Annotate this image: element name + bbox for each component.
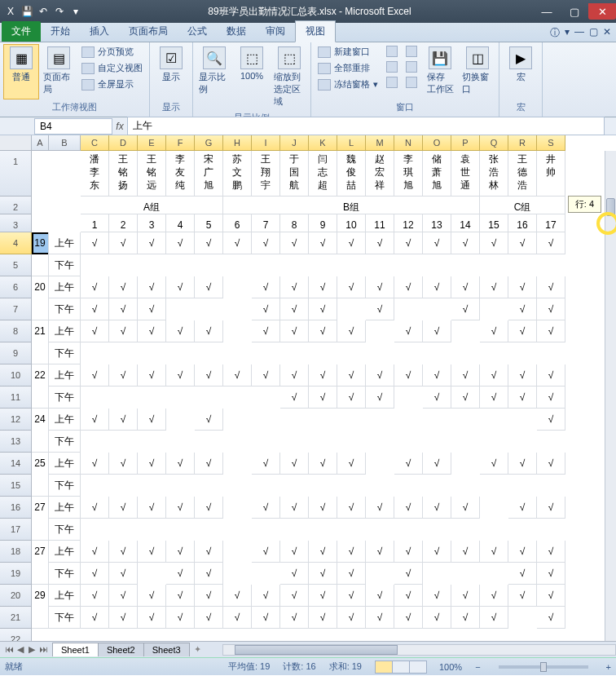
cell[interactable]: 10 bbox=[337, 214, 366, 232]
cell[interactable]: √ bbox=[138, 409, 166, 431]
cell[interactable]: √ bbox=[138, 320, 166, 342]
redo-icon[interactable]: ↷ bbox=[52, 4, 67, 19]
cell[interactable]: 27 bbox=[32, 541, 49, 585]
tab-data[interactable]: 数据 bbox=[217, 21, 256, 42]
cell[interactable]: √ bbox=[394, 320, 423, 342]
row-header-22[interactable]: 22 bbox=[0, 629, 32, 641]
help-icon[interactable]: ⓘ bbox=[550, 26, 560, 40]
minimize-ribbon-icon[interactable]: ▾ bbox=[565, 26, 570, 40]
student-name[interactable]: 王翔宇 bbox=[252, 151, 280, 197]
cell[interactable]: √ bbox=[166, 320, 195, 342]
cell[interactable]: √ bbox=[138, 298, 166, 320]
cell[interactable]: √ bbox=[109, 497, 138, 519]
cell[interactable]: √ bbox=[138, 541, 166, 563]
cell[interactable]: √ bbox=[138, 364, 166, 387]
cell[interactable]: 下午 bbox=[49, 387, 81, 409]
cell[interactable]: 6 bbox=[223, 214, 252, 232]
cell[interactable]: √ bbox=[480, 320, 508, 342]
cell[interactable]: √ bbox=[423, 607, 451, 629]
cell[interactable]: 9 bbox=[309, 214, 337, 232]
col-header-A[interactable]: A bbox=[32, 135, 49, 151]
cell[interactable]: √ bbox=[252, 585, 280, 607]
cell[interactable]: √ bbox=[480, 541, 508, 563]
cell[interactable]: √ bbox=[366, 364, 394, 387]
new-sheet-icon[interactable]: ✦ bbox=[189, 644, 206, 655]
cell[interactable]: √ bbox=[309, 497, 337, 519]
cell[interactable]: √ bbox=[394, 497, 423, 519]
cell[interactable]: √ bbox=[537, 497, 565, 519]
tab-home[interactable]: 开始 bbox=[41, 21, 80, 42]
cell[interactable]: √ bbox=[81, 607, 109, 629]
student-name[interactable]: 李友纯 bbox=[166, 151, 195, 197]
cell[interactable]: √ bbox=[366, 541, 394, 563]
cell[interactable]: √ bbox=[138, 453, 166, 475]
cell[interactable]: 24 bbox=[32, 409, 49, 453]
cell[interactable]: 14 bbox=[451, 214, 480, 232]
hscroll-thumb[interactable] bbox=[235, 645, 398, 655]
cell[interactable]: √ bbox=[451, 607, 480, 629]
cell[interactable]: 22 bbox=[32, 364, 49, 409]
prev-sheet-icon[interactable]: ◀ bbox=[15, 644, 26, 655]
student-name[interactable]: 张浩林 bbox=[480, 151, 508, 197]
cell[interactable]: √ bbox=[537, 320, 565, 342]
cell[interactable]: √ bbox=[109, 298, 138, 320]
cell[interactable]: √ bbox=[309, 541, 337, 563]
cell[interactable]: A组 bbox=[81, 197, 223, 214]
cell[interactable]: √ bbox=[109, 232, 138, 254]
cell[interactable]: √ bbox=[337, 320, 366, 342]
row-header-1[interactable]: 1 bbox=[0, 151, 32, 197]
cell[interactable]: √ bbox=[337, 387, 366, 409]
cell[interactable]: √ bbox=[537, 364, 565, 387]
cell[interactable]: √ bbox=[166, 232, 195, 254]
cell[interactable]: 29 bbox=[32, 585, 49, 629]
cell[interactable]: √ bbox=[195, 453, 223, 475]
cell[interactable]: √ bbox=[508, 232, 537, 254]
page-layout-view-icon[interactable] bbox=[392, 660, 410, 674]
cell[interactable]: √ bbox=[508, 585, 537, 607]
cell[interactable]: √ bbox=[508, 276, 537, 298]
page-layout-button[interactable]: ▤页面布局 bbox=[41, 44, 77, 99]
cell[interactable]: √ bbox=[480, 607, 508, 629]
zoom-100-button[interactable]: ⬚100% bbox=[234, 44, 270, 110]
cell[interactable]: √ bbox=[394, 563, 423, 585]
cell[interactable]: √ bbox=[81, 541, 109, 563]
cell[interactable]: √ bbox=[223, 232, 252, 254]
mdi-min-icon[interactable]: — bbox=[574, 26, 584, 40]
cell[interactable]: √ bbox=[537, 276, 565, 298]
custom-view-button[interactable]: 自定义视图 bbox=[78, 60, 146, 76]
cell[interactable]: √ bbox=[81, 364, 109, 387]
sheet-tab-2[interactable]: Sheet2 bbox=[98, 643, 144, 656]
cell[interactable]: √ bbox=[280, 497, 309, 519]
normal-view-button[interactable]: ▦普通 bbox=[3, 44, 39, 99]
cell[interactable]: 20 bbox=[32, 276, 49, 320]
cell[interactable]: √ bbox=[166, 585, 195, 607]
cell[interactable]: √ bbox=[252, 320, 280, 342]
undo-icon[interactable]: ↶ bbox=[36, 4, 51, 19]
save-workspace-button[interactable]: 💾保存 工作区 bbox=[422, 44, 458, 99]
cell[interactable]: √ bbox=[537, 541, 565, 563]
freeze-panes-button[interactable]: 冻结窗格▾ bbox=[315, 77, 381, 92]
cell[interactable]: √ bbox=[109, 453, 138, 475]
row-header-17[interactable]: 17 bbox=[0, 519, 32, 541]
cell[interactable]: √ bbox=[166, 607, 195, 629]
cell[interactable]: 上午 bbox=[49, 364, 81, 387]
cell[interactable]: √ bbox=[195, 364, 223, 387]
cell[interactable]: √ bbox=[537, 585, 565, 607]
cell[interactable]: √ bbox=[280, 298, 309, 320]
cell[interactable]: √ bbox=[366, 387, 394, 409]
cell[interactable]: √ bbox=[280, 320, 309, 342]
cell[interactable]: √ bbox=[337, 276, 366, 298]
col-header-S[interactable]: S bbox=[537, 135, 565, 151]
student-name[interactable]: 魏俊喆 bbox=[337, 151, 366, 197]
cell[interactable]: B组 bbox=[223, 197, 480, 214]
cell[interactable]: √ bbox=[394, 607, 423, 629]
cell[interactable]: √ bbox=[223, 585, 252, 607]
mdi-restore-icon[interactable]: ▢ bbox=[589, 26, 598, 40]
save-icon[interactable]: 💾 bbox=[20, 4, 34, 19]
hide-button[interactable] bbox=[383, 60, 401, 74]
tab-layout[interactable]: 页面布局 bbox=[119, 21, 178, 42]
normal-view-icon[interactable] bbox=[375, 660, 393, 674]
cell[interactable]: √ bbox=[309, 607, 337, 629]
cell[interactable]: 1 bbox=[81, 214, 109, 232]
qat-dropdown-icon[interactable]: ▾ bbox=[68, 4, 83, 19]
